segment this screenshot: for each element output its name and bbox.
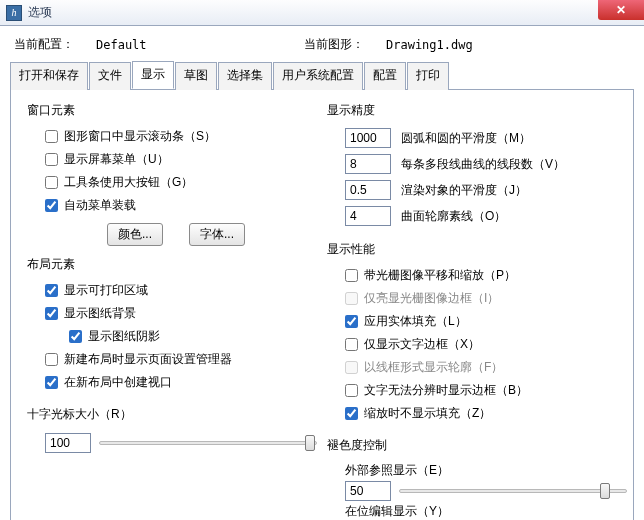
slider-track	[99, 441, 317, 445]
window-title: 选项	[28, 4, 52, 21]
group-performance: 显示性能	[327, 241, 627, 258]
chk-highlight-raster-box	[345, 292, 358, 305]
chk-page-setup-mgr-label: 新建布局时显示页面设置管理器	[64, 351, 232, 368]
crosshair-size-input[interactable]	[45, 433, 91, 453]
chk-screen-menu-box[interactable]	[45, 153, 58, 166]
chk-printable-area-box[interactable]	[45, 284, 58, 297]
chk-hide-fill-zoom[interactable]: 缩放时不显示填充（Z）	[327, 402, 627, 425]
polyline-segs-input[interactable]	[345, 154, 391, 174]
tab-file[interactable]: 文件	[89, 62, 131, 90]
chk-highlight-raster: 仅亮显光栅图像边框（I）	[327, 287, 627, 310]
app-icon: h	[6, 5, 22, 21]
slider-thumb[interactable]	[305, 435, 315, 451]
chk-create-viewport-box[interactable]	[45, 376, 58, 389]
xref-fade-slider[interactable]	[399, 482, 627, 500]
chk-cant-resolve-text[interactable]: 文字无法分辨时显示边框（B）	[327, 379, 627, 402]
chk-paper-bg[interactable]: 显示图纸背景	[27, 302, 317, 325]
xref-fade-input[interactable]	[345, 481, 391, 501]
close-icon: ✕	[616, 3, 626, 17]
chk-paper-shadow[interactable]: 显示图纸阴影	[27, 325, 317, 348]
render-smooth-input[interactable]	[345, 180, 391, 200]
current-drawing-value: Drawing1.dwg	[386, 38, 473, 52]
titlebar: h 选项 ✕	[0, 0, 644, 26]
chk-auto-menu-label: 自动菜单装载	[64, 197, 136, 214]
chk-paper-bg-box[interactable]	[45, 307, 58, 320]
polyline-segs-label: 每条多段线曲线的线段数（V）	[401, 156, 565, 173]
chk-printable-area[interactable]: 显示可打印区域	[27, 279, 317, 302]
chk-hide-fill-zoom-box[interactable]	[345, 407, 358, 420]
arc-smooth-input[interactable]	[345, 128, 391, 148]
slider-thumb[interactable]	[600, 483, 610, 499]
chk-printable-area-label: 显示可打印区域	[64, 282, 148, 299]
xref-fade-label: 外部参照显示（E）	[345, 462, 627, 479]
chk-large-buttons-label: 工具条使用大按钮（G）	[64, 174, 193, 191]
group-crosshair: 十字光标大小（R）	[27, 406, 317, 423]
chk-auto-menu[interactable]: 自动菜单装载	[27, 194, 317, 217]
chk-create-viewport[interactable]: 在新布局中创建视口	[27, 371, 317, 394]
chk-text-frame-label: 仅显示文字边框（X）	[364, 336, 480, 353]
chk-paper-shadow-label: 显示图纸阴影	[88, 328, 160, 345]
surface-lines-label: 曲面轮廓素线（O）	[401, 208, 506, 225]
tab-print[interactable]: 打印	[407, 62, 449, 90]
chk-solid-fill[interactable]: 应用实体填充（L）	[327, 310, 627, 333]
group-layout-elements: 布局元素	[27, 256, 317, 273]
chk-text-frame-box[interactable]	[345, 338, 358, 351]
chk-cant-resolve-text-label: 文字无法分辨时显示边框（B）	[364, 382, 528, 399]
chk-wireframe-silhouette-box	[345, 361, 358, 374]
chk-screen-menu-label: 显示屏幕菜单（U）	[64, 151, 169, 168]
tab-selection[interactable]: 选择集	[218, 62, 272, 90]
group-precision: 显示精度	[327, 102, 627, 119]
chk-screen-menu[interactable]: 显示屏幕菜单（U）	[27, 148, 317, 171]
chk-page-setup-mgr-box[interactable]	[45, 353, 58, 366]
current-drawing-label: 当前图形：	[304, 36, 364, 53]
chk-text-frame[interactable]: 仅显示文字边框（X）	[327, 333, 627, 356]
chk-pan-zoom-raster-label: 带光栅图像平移和缩放（P）	[364, 267, 516, 284]
current-config-label: 当前配置：	[14, 36, 74, 53]
chk-page-setup-mgr[interactable]: 新建布局时显示页面设置管理器	[27, 348, 317, 371]
slider-track	[399, 489, 627, 493]
chk-cant-resolve-text-box[interactable]	[345, 384, 358, 397]
tab-display[interactable]: 显示	[132, 61, 174, 89]
chk-highlight-raster-label: 仅亮显光栅图像边框（I）	[364, 290, 499, 307]
chk-large-buttons-box[interactable]	[45, 176, 58, 189]
current-config-value: Default	[96, 38, 147, 52]
crosshair-size-slider[interactable]	[99, 434, 317, 452]
chk-hide-fill-zoom-label: 缩放时不显示填充（Z）	[364, 405, 491, 422]
chk-paper-shadow-box[interactable]	[69, 330, 82, 343]
inplace-fade-label: 在位编辑显示（Y）	[345, 503, 627, 520]
chk-solid-fill-label: 应用实体填充（L）	[364, 313, 467, 330]
chk-pan-zoom-raster-box[interactable]	[345, 269, 358, 282]
surface-lines-input[interactable]	[345, 206, 391, 226]
tab-open-save[interactable]: 打开和保存	[10, 62, 88, 90]
arc-smooth-label: 圆弧和圆的平滑度（M）	[401, 130, 531, 147]
chk-auto-menu-box[interactable]	[45, 199, 58, 212]
render-smooth-label: 渲染对象的平滑度（J）	[401, 182, 527, 199]
chk-scrollbars-label: 图形窗口中显示滚动条（S）	[64, 128, 216, 145]
close-button[interactable]: ✕	[598, 0, 644, 20]
tab-sketch[interactable]: 草图	[175, 62, 217, 90]
chk-scrollbars-box[interactable]	[45, 130, 58, 143]
tab-user-sys[interactable]: 用户系统配置	[273, 62, 363, 90]
chk-paper-bg-label: 显示图纸背景	[64, 305, 136, 322]
color-button[interactable]: 颜色...	[107, 223, 163, 246]
chk-pan-zoom-raster[interactable]: 带光栅图像平移和缩放（P）	[327, 264, 627, 287]
chk-solid-fill-box[interactable]	[345, 315, 358, 328]
tab-config[interactable]: 配置	[364, 62, 406, 90]
chk-wireframe-silhouette-label: 以线框形式显示轮廓（F）	[364, 359, 503, 376]
chk-scrollbars[interactable]: 图形窗口中显示滚动条（S）	[27, 125, 317, 148]
group-fade: 褪色度控制	[327, 437, 627, 454]
chk-large-buttons[interactable]: 工具条使用大按钮（G）	[27, 171, 317, 194]
config-row: 当前配置： Default 当前图形： Drawing1.dwg	[10, 32, 634, 61]
font-button[interactable]: 字体...	[189, 223, 245, 246]
group-window-elements: 窗口元素	[27, 102, 317, 119]
chk-create-viewport-label: 在新布局中创建视口	[64, 374, 172, 391]
chk-wireframe-silhouette: 以线框形式显示轮廓（F）	[327, 356, 627, 379]
panel-display: 窗口元素 图形窗口中显示滚动条（S） 显示屏幕菜单（U） 工具条使用大按钮（G）…	[10, 90, 634, 520]
tab-bar: 打开和保存 文件 显示 草图 选择集 用户系统配置 配置 打印	[10, 61, 634, 90]
